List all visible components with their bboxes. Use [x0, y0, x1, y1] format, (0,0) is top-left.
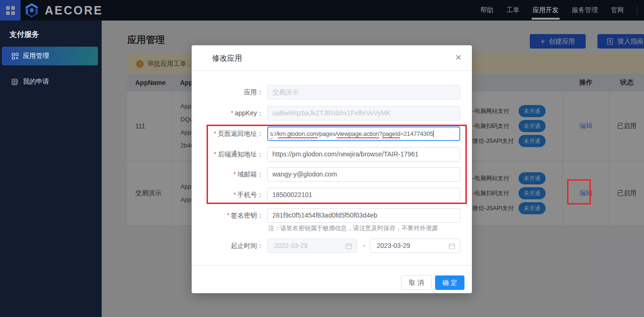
apps-grid-icon [6, 6, 15, 15]
nav-item-workorder[interactable]: 工单 [506, 6, 519, 14]
top-navbar: AECORE 帮助 工单 应用开发 服务管理 官网 [0, 0, 644, 21]
date-range-label: 起止时间： [192, 239, 263, 253]
app-field-label: 应用： [192, 85, 263, 99]
calendar-icon [346, 243, 352, 249]
sign-key-note: 注：该签名密钥属于敏感信息，请注意及时保存，不要对外泄露 [268, 224, 438, 232]
appkey-field: uaBwWqzbaJkZTJtRsbhv1FefhrVeVyMK [267, 106, 460, 120]
sidebar: 支付服务 应用管理 我的申请 [0, 21, 102, 317]
sidebar-item-my-applications[interactable]: 我的申请 [2, 72, 98, 91]
modal-title: 修改应用 [212, 54, 242, 63]
end-date-field[interactable]: 2023-03-29 [370, 239, 460, 253]
modal-header: 修改应用 ✕ [192, 45, 472, 71]
person-card-icon [12, 78, 19, 85]
notify-url-field[interactable]: https://pm.glodon.com/newjira/browse/TAI… [267, 147, 460, 162]
phone-field-label: *手机号： [192, 188, 263, 202]
sign-key-field[interactable]: 281f9c0f51454f83ad0fd5f50f03d4eb [267, 208, 460, 223]
sign-key-field-label: *签名密钥： [192, 208, 263, 223]
email-field-label: *域邮箱： [192, 167, 263, 182]
nav-item-site[interactable]: 官网 [611, 6, 624, 14]
app-window: AECORE 帮助 工单 应用开发 服务管理 官网 支付服务 应用管理 [0, 0, 644, 317]
app-grid-plus-icon [12, 53, 19, 60]
cancel-button[interactable]: 取 消 [401, 275, 432, 290]
nav-item-appdev[interactable]: 应用开发 [533, 6, 559, 14]
nav-item-help[interactable]: 帮助 [480, 6, 493, 14]
edit-app-modal: 修改应用 ✕ 应用： 交易演示 *appKey： uaBwWqzbaJkZTJt… [192, 45, 472, 293]
appkey-field-label: *appKey： [192, 106, 263, 120]
sidebar-item-label: 应用管理 [23, 52, 49, 60]
app-field: 交易演示 [267, 85, 460, 99]
top-nav-links: 帮助 工单 应用开发 服务管理 官网 [480, 0, 637, 21]
brand-name: AECORE [45, 4, 103, 17]
date-range-separator: - [361, 239, 367, 253]
sidebar-item-label: 我的申请 [23, 77, 49, 86]
phone-field[interactable]: 18500022101 [267, 188, 460, 202]
confirm-button[interactable]: 确 定 [435, 275, 464, 290]
return-url-field[interactable]: s://km.glodon.com/pages/viewpage.action?… [267, 127, 460, 141]
sidebar-title: 支付服务 [9, 30, 102, 40]
text-cursor [433, 130, 434, 137]
aecore-hexagon-icon [24, 3, 39, 18]
notify-url-field-label: *后端通知地址： [192, 147, 263, 162]
close-icon[interactable]: ✕ [455, 53, 462, 63]
nav-item-service[interactable]: 服务管理 [572, 6, 598, 14]
calendar-icon [449, 243, 455, 249]
sidebar-item-app-management[interactable]: 应用管理 [2, 47, 98, 65]
nav-divider [637, 6, 637, 14]
start-date-field: 2022-03-29 [267, 239, 357, 253]
brand-logo[interactable]: AECORE [24, 3, 103, 18]
apps-menu-button[interactable] [0, 0, 21, 21]
modal-footer: 取 消 确 定 [192, 265, 472, 293]
return-url-field-label: *页面返回地址： [192, 127, 263, 141]
email-field[interactable]: wangy-y@glodon.com [267, 167, 460, 182]
